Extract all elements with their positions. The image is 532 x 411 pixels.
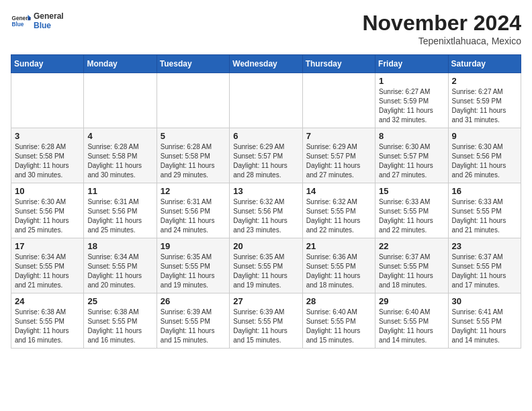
day-info: Sunrise: 6:28 AM Sunset: 5:58 PM Dayligh… xyxy=(87,142,152,180)
day-header-thursday: Thursday xyxy=(302,55,375,73)
day-number: 1 xyxy=(379,76,444,86)
day-number: 9 xyxy=(452,131,517,141)
day-info: Sunrise: 6:39 AM Sunset: 5:55 PM Dayligh… xyxy=(233,308,298,345)
day-header-monday: Monday xyxy=(84,55,157,73)
day-number: 12 xyxy=(161,186,226,196)
calendar-cell: 27Sunrise: 6:39 AM Sunset: 5:55 PM Dayli… xyxy=(230,293,302,349)
day-info: Sunrise: 6:30 AM Sunset: 5:56 PM Dayligh… xyxy=(15,197,80,235)
calendar-cell: 19Sunrise: 6:35 AM Sunset: 5:55 PM Dayli… xyxy=(157,238,229,293)
day-info: Sunrise: 6:38 AM Sunset: 5:55 PM Dayligh… xyxy=(87,308,152,345)
calendar-week-1: 1Sunrise: 6:27 AM Sunset: 5:59 PM Daylig… xyxy=(11,73,521,128)
calendar-week-4: 17Sunrise: 6:34 AM Sunset: 5:55 PM Dayli… xyxy=(11,238,521,293)
day-info: Sunrise: 6:29 AM Sunset: 5:57 PM Dayligh… xyxy=(233,142,298,180)
day-number: 23 xyxy=(452,241,517,251)
day-info: Sunrise: 6:34 AM Sunset: 5:55 PM Dayligh… xyxy=(15,253,80,290)
day-number: 28 xyxy=(306,296,371,306)
day-info: Sunrise: 6:28 AM Sunset: 5:58 PM Dayligh… xyxy=(15,142,80,180)
calendar-week-5: 24Sunrise: 6:38 AM Sunset: 5:55 PM Dayli… xyxy=(11,293,521,349)
day-info: Sunrise: 6:31 AM Sunset: 5:56 PM Dayligh… xyxy=(87,197,152,235)
calendar-cell: 11Sunrise: 6:31 AM Sunset: 5:56 PM Dayli… xyxy=(84,183,157,238)
day-header-tuesday: Tuesday xyxy=(157,55,229,73)
day-info: Sunrise: 6:28 AM Sunset: 5:58 PM Dayligh… xyxy=(161,142,226,180)
day-number: 27 xyxy=(233,296,298,306)
subtitle: Tepenixtlahuaca, Mexico xyxy=(362,36,521,46)
calendar-table: SundayMondayTuesdayWednesdayThursdayFrid… xyxy=(11,54,521,349)
title-block: November 2024 Tepenixtlahuaca, Mexico xyxy=(362,11,521,46)
page-header: General Blue General Blue November 2024 … xyxy=(11,11,521,46)
day-number: 5 xyxy=(161,131,226,141)
day-number: 19 xyxy=(161,241,226,251)
day-number: 22 xyxy=(379,241,444,251)
calendar-cell: 23Sunrise: 6:37 AM Sunset: 5:55 PM Dayli… xyxy=(448,238,521,293)
day-number: 4 xyxy=(87,131,152,141)
day-number: 14 xyxy=(306,186,371,196)
calendar-cell: 16Sunrise: 6:33 AM Sunset: 5:55 PM Dayli… xyxy=(448,183,521,238)
calendar-week-3: 10Sunrise: 6:30 AM Sunset: 5:56 PM Dayli… xyxy=(11,183,521,238)
calendar-cell: 29Sunrise: 6:40 AM Sunset: 5:55 PM Dayli… xyxy=(375,293,448,349)
day-number: 26 xyxy=(161,296,226,306)
day-number: 15 xyxy=(379,186,444,196)
day-number: 6 xyxy=(233,131,298,141)
day-info: Sunrise: 6:27 AM Sunset: 5:59 PM Dayligh… xyxy=(452,87,517,125)
day-info: Sunrise: 6:36 AM Sunset: 5:55 PM Dayligh… xyxy=(306,253,371,290)
calendar-cell: 4Sunrise: 6:28 AM Sunset: 5:58 PM Daylig… xyxy=(84,128,157,183)
calendar-cell: 10Sunrise: 6:30 AM Sunset: 5:56 PM Dayli… xyxy=(11,183,84,238)
day-info: Sunrise: 6:34 AM Sunset: 5:55 PM Dayligh… xyxy=(87,253,152,290)
day-number: 11 xyxy=(87,186,152,196)
day-info: Sunrise: 6:35 AM Sunset: 5:55 PM Dayligh… xyxy=(161,253,226,290)
day-number: 21 xyxy=(306,241,371,251)
day-info: Sunrise: 6:30 AM Sunset: 5:57 PM Dayligh… xyxy=(379,142,444,180)
day-number: 20 xyxy=(233,241,298,251)
day-header-wednesday: Wednesday xyxy=(230,55,302,73)
calendar-cell: 1Sunrise: 6:27 AM Sunset: 5:59 PM Daylig… xyxy=(375,73,448,128)
day-number: 16 xyxy=(452,186,517,196)
logo-blue-text: Blue xyxy=(34,21,64,30)
calendar-cell: 12Sunrise: 6:31 AM Sunset: 5:56 PM Dayli… xyxy=(157,183,229,238)
day-info: Sunrise: 6:33 AM Sunset: 5:55 PM Dayligh… xyxy=(452,197,517,235)
logo-general-text: General xyxy=(34,11,64,21)
day-number: 29 xyxy=(379,296,444,306)
calendar-cell: 15Sunrise: 6:33 AM Sunset: 5:55 PM Dayli… xyxy=(375,183,448,238)
calendar-cell: 18Sunrise: 6:34 AM Sunset: 5:55 PM Dayli… xyxy=(84,238,157,293)
day-info: Sunrise: 6:32 AM Sunset: 5:56 PM Dayligh… xyxy=(233,197,298,235)
calendar-cell: 24Sunrise: 6:38 AM Sunset: 5:55 PM Dayli… xyxy=(11,293,84,349)
calendar-cell: 30Sunrise: 6:41 AM Sunset: 5:55 PM Dayli… xyxy=(448,293,521,349)
month-title: November 2024 xyxy=(362,11,521,36)
calendar-cell: 26Sunrise: 6:39 AM Sunset: 5:55 PM Dayli… xyxy=(157,293,229,349)
calendar-header-row: SundayMondayTuesdayWednesdayThursdayFrid… xyxy=(11,55,521,73)
calendar-cell: 2Sunrise: 6:27 AM Sunset: 5:59 PM Daylig… xyxy=(448,73,521,128)
day-number: 30 xyxy=(452,296,517,306)
calendar-week-2: 3Sunrise: 6:28 AM Sunset: 5:58 PM Daylig… xyxy=(11,128,521,183)
calendar-cell xyxy=(230,73,302,128)
day-info: Sunrise: 6:40 AM Sunset: 5:55 PM Dayligh… xyxy=(379,308,444,345)
day-info: Sunrise: 6:39 AM Sunset: 5:55 PM Dayligh… xyxy=(161,308,226,345)
day-info: Sunrise: 6:40 AM Sunset: 5:55 PM Dayligh… xyxy=(306,308,371,345)
day-number: 10 xyxy=(15,186,80,196)
calendar-cell: 13Sunrise: 6:32 AM Sunset: 5:56 PM Dayli… xyxy=(230,183,302,238)
calendar-cell xyxy=(157,73,229,128)
day-number: 2 xyxy=(452,76,517,86)
calendar-cell: 28Sunrise: 6:40 AM Sunset: 5:55 PM Dayli… xyxy=(302,293,375,349)
logo: General Blue General Blue xyxy=(11,11,64,31)
day-header-sunday: Sunday xyxy=(11,55,84,73)
calendar-cell: 8Sunrise: 6:30 AM Sunset: 5:57 PM Daylig… xyxy=(375,128,448,183)
day-info: Sunrise: 6:29 AM Sunset: 5:57 PM Dayligh… xyxy=(306,142,371,180)
calendar-cell: 21Sunrise: 6:36 AM Sunset: 5:55 PM Dayli… xyxy=(302,238,375,293)
day-number: 24 xyxy=(15,296,80,306)
day-number: 3 xyxy=(15,131,80,141)
day-info: Sunrise: 6:33 AM Sunset: 5:55 PM Dayligh… xyxy=(379,197,444,235)
day-header-saturday: Saturday xyxy=(448,55,521,73)
calendar-cell xyxy=(84,73,157,128)
calendar-cell: 3Sunrise: 6:28 AM Sunset: 5:58 PM Daylig… xyxy=(11,128,84,183)
calendar-cell: 14Sunrise: 6:32 AM Sunset: 5:55 PM Dayli… xyxy=(302,183,375,238)
day-info: Sunrise: 6:41 AM Sunset: 5:55 PM Dayligh… xyxy=(452,308,517,345)
day-info: Sunrise: 6:30 AM Sunset: 5:56 PM Dayligh… xyxy=(452,142,517,180)
calendar-cell: 7Sunrise: 6:29 AM Sunset: 5:57 PM Daylig… xyxy=(302,128,375,183)
day-number: 18 xyxy=(87,241,152,251)
logo-icon: General Blue xyxy=(11,11,31,31)
calendar-cell: 25Sunrise: 6:38 AM Sunset: 5:55 PM Dayli… xyxy=(84,293,157,349)
calendar-cell: 22Sunrise: 6:37 AM Sunset: 5:55 PM Dayli… xyxy=(375,238,448,293)
day-number: 13 xyxy=(233,186,298,196)
calendar-cell: 6Sunrise: 6:29 AM Sunset: 5:57 PM Daylig… xyxy=(230,128,302,183)
day-info: Sunrise: 6:31 AM Sunset: 5:56 PM Dayligh… xyxy=(161,197,226,235)
